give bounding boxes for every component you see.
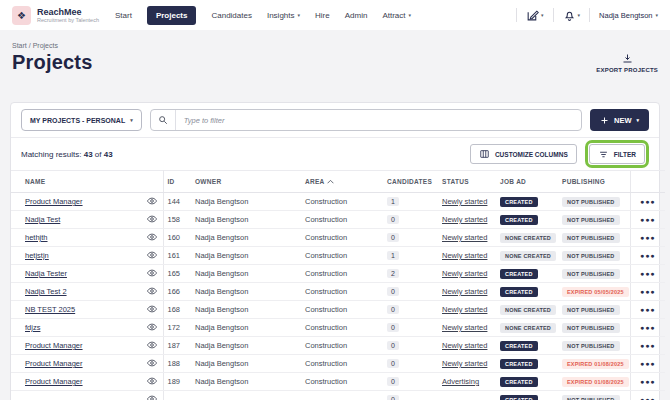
- row-actions-button[interactable]: ●●●: [640, 396, 656, 400]
- project-area: Construction: [301, 319, 383, 337]
- preview-eye-icon[interactable]: [147, 360, 157, 369]
- project-id: 188: [163, 355, 191, 373]
- project-name-link[interactable]: Product Manager: [25, 377, 83, 386]
- header-job-ad[interactable]: JOB AD: [496, 171, 558, 193]
- preview-eye-icon[interactable]: [147, 396, 157, 400]
- candidates-count-badge[interactable]: 1: [387, 251, 399, 260]
- project-area: Construction: [301, 355, 383, 373]
- header-area[interactable]: AREA: [301, 171, 383, 193]
- publishing-badge: NOT PUBLISHED: [562, 197, 620, 207]
- candidates-count-badge[interactable]: 0: [387, 341, 399, 350]
- nav-item-hire[interactable]: Hire: [315, 11, 330, 20]
- project-status-link[interactable]: Advertising: [442, 377, 479, 386]
- row-actions-button[interactable]: ●●●: [640, 360, 656, 367]
- filter-button[interactable]: FILTER: [589, 144, 645, 164]
- candidates-count-badge[interactable]: 0: [387, 323, 399, 332]
- publishing-badge: EXPIRED 01/08/2025: [562, 359, 629, 369]
- preview-eye-icon[interactable]: [147, 306, 157, 315]
- project-id: [163, 391, 191, 400]
- preview-eye-icon[interactable]: [147, 234, 157, 243]
- candidates-count-badge[interactable]: 0: [387, 377, 399, 386]
- preview-eye-icon[interactable]: [147, 270, 157, 279]
- preview-eye-icon[interactable]: [147, 216, 157, 225]
- project-name-link[interactable]: NB TEST 2025: [25, 305, 75, 314]
- project-status-link[interactable]: Newly started: [442, 341, 487, 350]
- nav-item-insights[interactable]: Insights▾: [267, 11, 300, 20]
- results-row: Matching results: 43 of 43 CUSTOMIZE COL…: [11, 137, 659, 170]
- header-owner[interactable]: OWNER: [191, 171, 301, 193]
- nav-item-attract[interactable]: Attract▾: [382, 11, 411, 20]
- header-name[interactable]: NAME: [11, 171, 141, 193]
- preview-eye-icon[interactable]: [147, 288, 157, 297]
- project-name-link[interactable]: hethjth: [25, 233, 48, 242]
- row-actions-button[interactable]: ●●●: [640, 234, 656, 241]
- row-actions-button[interactable]: ●●●: [640, 270, 656, 277]
- row-actions-button[interactable]: ●●●: [640, 198, 656, 205]
- row-actions-button[interactable]: ●●●: [640, 288, 656, 295]
- project-area: Construction: [301, 337, 383, 355]
- nav-item-label: Projects: [156, 11, 188, 20]
- project-status-link[interactable]: Newly started: [442, 305, 487, 314]
- nav-item-projects[interactable]: Projects: [147, 6, 197, 25]
- brand[interactable]: ❖ ReachMee Recruitment by Talentech: [12, 6, 99, 25]
- row-actions-button[interactable]: ●●●: [640, 216, 656, 223]
- project-name-link[interactable]: Product Manager: [25, 359, 83, 368]
- project-status-link[interactable]: Newly started: [442, 233, 487, 242]
- row-actions-button[interactable]: ●●●: [640, 252, 656, 259]
- breadcrumb-projects[interactable]: Projects: [33, 42, 58, 49]
- preview-eye-icon[interactable]: [147, 342, 157, 351]
- row-actions-button[interactable]: ●●●: [640, 342, 656, 349]
- new-project-button[interactable]: NEW ▾: [590, 109, 649, 131]
- job-ad-badge: NONE CREATED: [500, 323, 556, 333]
- candidates-count-badge[interactable]: 0: [387, 305, 399, 314]
- project-status-link[interactable]: Newly started: [442, 251, 487, 260]
- header-publishing[interactable]: PUBLISHING: [558, 171, 630, 193]
- candidates-count-badge[interactable]: 0: [387, 233, 399, 242]
- user-menu[interactable]: Nadja Bengtson ▾: [599, 11, 658, 20]
- row-actions-button[interactable]: ●●●: [640, 306, 656, 313]
- export-projects-button[interactable]: EXPORT PROJECTS: [596, 53, 658, 73]
- candidates-count-badge[interactable]: 0: [387, 359, 399, 368]
- project-name-link[interactable]: hetjstjn: [25, 251, 49, 260]
- project-area: Construction: [301, 265, 383, 283]
- search-input[interactable]: [176, 116, 581, 125]
- preview-eye-icon[interactable]: [147, 252, 157, 261]
- header-id[interactable]: ID: [163, 171, 191, 193]
- project-status-link[interactable]: Newly started: [442, 359, 487, 368]
- compose-menu-button[interactable]: ▾: [526, 9, 544, 22]
- scope-dropdown[interactable]: MY PROJECTS - PERSONAL ▾: [21, 109, 142, 131]
- preview-eye-icon[interactable]: [147, 198, 157, 207]
- nav-item-candidates[interactable]: Candidates: [211, 11, 251, 20]
- candidates-count-badge[interactable]: 0: [387, 215, 399, 224]
- project-status-link[interactable]: Newly started: [442, 269, 487, 278]
- candidates-count-badge[interactable]: 2: [387, 269, 399, 278]
- header-candidates[interactable]: CANDIDATES: [383, 171, 438, 193]
- preview-eye-icon[interactable]: [147, 378, 157, 387]
- project-name-link[interactable]: Product Manager: [25, 197, 83, 206]
- project-status-link[interactable]: Newly started: [442, 215, 487, 224]
- nav-item-start[interactable]: Start: [115, 11, 132, 20]
- candidates-count-badge[interactable]: 0: [387, 395, 399, 400]
- preview-eye-icon[interactable]: [147, 324, 157, 333]
- row-actions-button[interactable]: ●●●: [640, 378, 656, 385]
- project-name-link[interactable]: Nadja Test: [25, 215, 60, 224]
- project-area: Construction: [301, 301, 383, 319]
- nav-item-admin[interactable]: Admin: [345, 11, 368, 20]
- project-name-link[interactable]: Nadja Tester: [25, 269, 67, 278]
- project-name-link[interactable]: fdjzs: [25, 323, 40, 332]
- project-name-link[interactable]: Nadja Test 2: [25, 287, 67, 296]
- row-actions-button[interactable]: ●●●: [640, 324, 656, 331]
- header-status[interactable]: STATUS: [438, 171, 496, 193]
- bell-icon: [563, 9, 576, 22]
- job-ad-badge: NONE CREATED: [500, 305, 556, 315]
- project-status-link[interactable]: Newly started: [442, 197, 487, 206]
- table-row: hethjth 160 Nadja Bengtson Construction …: [11, 229, 665, 247]
- breadcrumb-start[interactable]: Start: [12, 42, 27, 49]
- customize-columns-button[interactable]: CUSTOMIZE COLUMNS: [470, 144, 577, 164]
- project-status-link[interactable]: Newly started: [442, 287, 487, 296]
- candidates-count-badge[interactable]: 1: [387, 197, 399, 206]
- candidates-count-badge[interactable]: 0: [387, 287, 399, 296]
- notifications-button[interactable]: ▾: [563, 9, 581, 22]
- project-name-link[interactable]: Product Manager: [25, 341, 83, 350]
- project-status-link[interactable]: Newly started: [442, 323, 487, 332]
